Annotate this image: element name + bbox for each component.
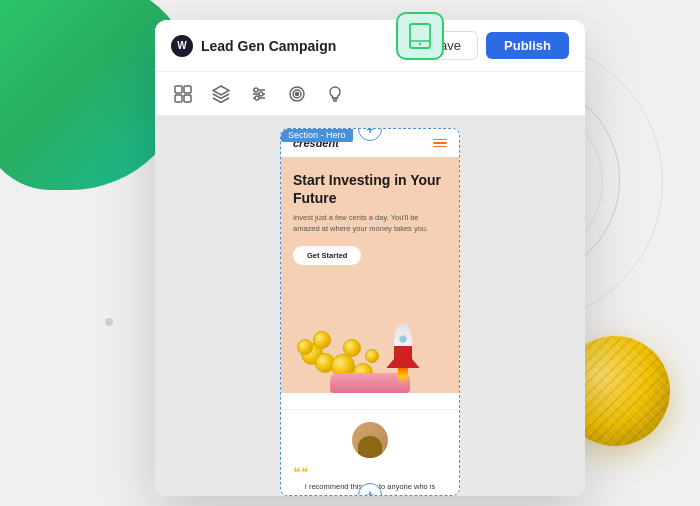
grid-icon[interactable] [171, 82, 195, 106]
bulb-icon[interactable] [323, 82, 347, 106]
section-label: Section - Hero [281, 128, 353, 142]
coin-2 [313, 331, 331, 349]
coin-8 [365, 349, 379, 363]
coin-6 [343, 339, 361, 357]
tablet-icon [406, 22, 434, 50]
svg-rect-5 [175, 95, 182, 102]
quote-mark: ❝❝ [293, 464, 447, 480]
hero-illustration [293, 273, 447, 393]
mobile-preview-frame: Section - Hero + cresdent Start Investin… [280, 128, 460, 496]
hero-subtitle: Invest just a few cents a day. You'll be… [293, 213, 447, 234]
app-logo: W [171, 35, 193, 57]
svg-point-10 [259, 92, 263, 96]
layers-icon[interactable] [209, 82, 233, 106]
hero-section: Start Investing in Your Future Invest ju… [281, 157, 459, 393]
rocket-illustration [389, 323, 417, 383]
testimonial-avatar [352, 422, 388, 458]
svg-rect-4 [184, 86, 191, 93]
sliders-icon[interactable] [247, 82, 271, 106]
hamburger-menu [433, 139, 447, 148]
svg-rect-3 [175, 86, 182, 93]
page-title: Lead Gen Campaign [201, 38, 414, 54]
svg-point-12 [255, 96, 259, 100]
target-icon[interactable] [285, 82, 309, 106]
publish-button[interactable]: Publish [486, 32, 569, 59]
editor-window: W Lead Gen Campaign Save Publish [155, 20, 585, 496]
title-bar: W Lead Gen Campaign Save Publish [155, 20, 585, 72]
toolbar [155, 72, 585, 116]
svg-point-8 [254, 88, 258, 92]
svg-rect-6 [184, 95, 191, 102]
canvas-area: Section - Hero + cresdent Start Investin… [155, 116, 585, 496]
hero-title: Start Investing in Your Future [293, 171, 447, 207]
svg-point-15 [296, 92, 299, 95]
svg-point-1 [419, 43, 421, 45]
bg-dot-2 [105, 318, 113, 326]
tablet-preview-button[interactable] [396, 12, 444, 60]
hero-cta-button[interactable]: Get Started [293, 246, 361, 265]
